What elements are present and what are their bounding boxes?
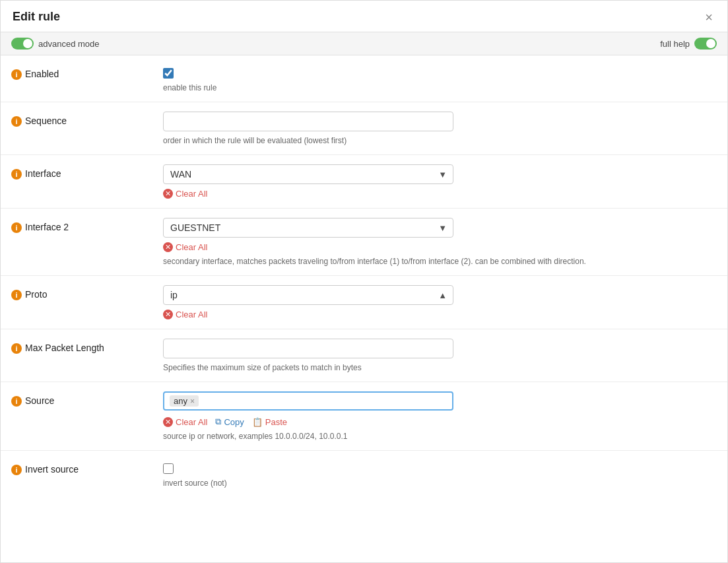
enabled-input-col: enable this rule	[163, 65, 717, 92]
form-body: i Enabled enable this rule i Sequence 1 …	[1, 55, 727, 497]
interface2-label: Interface 2	[25, 222, 69, 232]
advanced-mode-toggle[interactable]	[11, 38, 34, 50]
sequence-input[interactable]: 1	[163, 112, 453, 131]
enabled-label: Enabled	[25, 69, 59, 79]
enabled-label-col: i Enabled	[11, 65, 163, 80]
max-packet-length-input[interactable]	[163, 339, 453, 358]
proto-info-icon: i	[11, 290, 22, 300]
interface2-info-icon: i	[11, 222, 22, 233]
enabled-checkbox[interactable]	[163, 68, 174, 79]
proto-input-col: ip tcp udp icmp ▲ ✕ Clear All	[163, 285, 717, 319]
interface2-clear-icon: ✕	[163, 242, 173, 252]
source-paste-icon: 📋	[252, 417, 263, 427]
interface2-select[interactable]: WAN LAN GUESTNET	[163, 218, 453, 238]
source-paste-label: Paste	[265, 417, 287, 427]
interface-info-icon: i	[11, 169, 22, 180]
source-tag-value: any	[174, 396, 187, 406]
max-packet-length-row: i Max Packet Length Specifies the maximu…	[1, 329, 727, 382]
interface2-help: secondary interface, matches packets tra…	[163, 257, 717, 266]
proto-label: Proto	[25, 289, 47, 300]
max-packet-length-info-icon: i	[11, 343, 22, 354]
interface-select-wrap: WAN LAN GUESTNET ▼	[163, 164, 453, 184]
full-help-slider	[694, 38, 717, 50]
enabled-help: enable this rule	[163, 83, 717, 92]
interface2-input-col: WAN LAN GUESTNET ▼ ✕ Clear All secondary…	[163, 218, 717, 266]
source-tag-remove[interactable]: ×	[190, 397, 195, 405]
proto-clear-all-link[interactable]: ✕ Clear All	[163, 310, 717, 319]
source-action-links: ✕ Clear All ⧉ Copy 📋 Paste	[163, 416, 717, 427]
modal-header: Edit rule ×	[1, 1, 727, 32]
source-clear-label: Clear All	[176, 417, 207, 427]
source-info-icon: i	[11, 396, 22, 407]
proto-select-wrap: ip tcp udp icmp ▲	[163, 285, 453, 305]
proto-label-col: i Proto	[11, 285, 163, 300]
source-paste-link[interactable]: 📋 Paste	[252, 417, 287, 427]
sequence-info-icon: i	[11, 116, 22, 127]
source-tag-any: any ×	[170, 395, 199, 407]
interface2-clear-label: Clear All	[176, 242, 207, 252]
source-row: i Source any × ✕ Clear All	[1, 382, 727, 451]
advanced-mode-label: advanced mode	[38, 39, 100, 49]
sequence-label: Sequence	[25, 116, 67, 126]
invert-source-label: Invert source	[25, 464, 79, 475]
interface-select[interactable]: WAN LAN GUESTNET	[163, 164, 453, 184]
invert-source-info-icon: i	[11, 465, 22, 475]
source-clear-all-link[interactable]: ✕ Clear All	[163, 417, 207, 427]
invert-source-input-col: invert source (not)	[163, 460, 717, 488]
interface-clear-all-link[interactable]: ✕ Clear All	[163, 189, 717, 199]
invert-source-help: invert source (not)	[163, 479, 717, 488]
interface2-clear-all-link[interactable]: ✕ Clear All	[163, 242, 717, 252]
interface-clear-label: Clear All	[176, 189, 207, 199]
source-copy-link[interactable]: ⧉ Copy	[215, 416, 244, 427]
source-tag-input-wrap[interactable]: any ×	[163, 391, 453, 411]
max-packet-length-input-col: Specifies the maximum size of packets to…	[163, 339, 717, 372]
enabled-row: i Enabled enable this rule	[1, 55, 727, 102]
interface2-label-col: i Interface 2	[11, 218, 163, 233]
invert-source-checkbox[interactable]	[163, 463, 174, 474]
max-packet-length-help: Specifies the maximum size of packets to…	[163, 363, 717, 372]
interface2-select-wrap: WAN LAN GUESTNET ▼	[163, 218, 453, 238]
source-input-col: any × ✕ Clear All ⧉ Copy 📋	[163, 391, 717, 441]
interface-label: Interface	[25, 168, 61, 179]
full-help-label: full help	[660, 39, 690, 49]
proto-clear-label: Clear All	[176, 310, 207, 319]
interface2-row: i Interface 2 WAN LAN GUESTNET ▼ ✕ Clear…	[1, 209, 727, 276]
source-copy-icon: ⧉	[215, 416, 221, 427]
max-packet-length-label-col: i Max Packet Length	[11, 339, 163, 354]
proto-select[interactable]: ip tcp udp icmp	[163, 285, 453, 305]
invert-source-label-col: i Invert source	[11, 460, 163, 475]
toolbar: advanced mode full help	[1, 32, 727, 55]
sequence-label-col: i Sequence	[11, 112, 163, 127]
proto-clear-icon: ✕	[163, 310, 173, 319]
proto-row: i Proto ip tcp udp icmp ▲ ✕ Clear All	[1, 276, 727, 329]
source-clear-icon: ✕	[163, 417, 173, 427]
sequence-input-col: 1 order in which the rule will be evalua…	[163, 112, 717, 145]
source-help: source ip or network, examples 10.0.0.0/…	[163, 432, 717, 441]
interface-input-col: WAN LAN GUESTNET ▼ ✕ Clear All	[163, 164, 717, 199]
advanced-mode-slider	[11, 38, 34, 50]
interface-label-col: i Interface	[11, 164, 163, 180]
max-packet-length-label: Max Packet Length	[25, 343, 104, 353]
source-label: Source	[25, 395, 54, 406]
sequence-help: order in which the rule will be evaluate…	[163, 136, 717, 145]
modal: Edit rule × advanced mode full help i En…	[0, 0, 728, 563]
source-tag-text-input[interactable]	[203, 396, 447, 407]
source-label-col: i Source	[11, 391, 163, 407]
invert-source-row: i Invert source invert source (not)	[1, 451, 727, 497]
source-copy-label: Copy	[224, 417, 244, 427]
sequence-row: i Sequence 1 order in which the rule wil…	[1, 102, 727, 155]
full-help-toggle-wrap: full help	[660, 38, 717, 50]
close-button[interactable]: ×	[702, 11, 715, 24]
enabled-info-icon: i	[11, 69, 22, 80]
interface-row: i Interface WAN LAN GUESTNET ▼ ✕ Clear A…	[1, 155, 727, 209]
modal-title: Edit rule	[13, 10, 60, 24]
advanced-mode-toggle-wrap: advanced mode	[11, 38, 100, 50]
full-help-toggle[interactable]	[694, 38, 717, 50]
interface-clear-icon: ✕	[163, 189, 173, 199]
